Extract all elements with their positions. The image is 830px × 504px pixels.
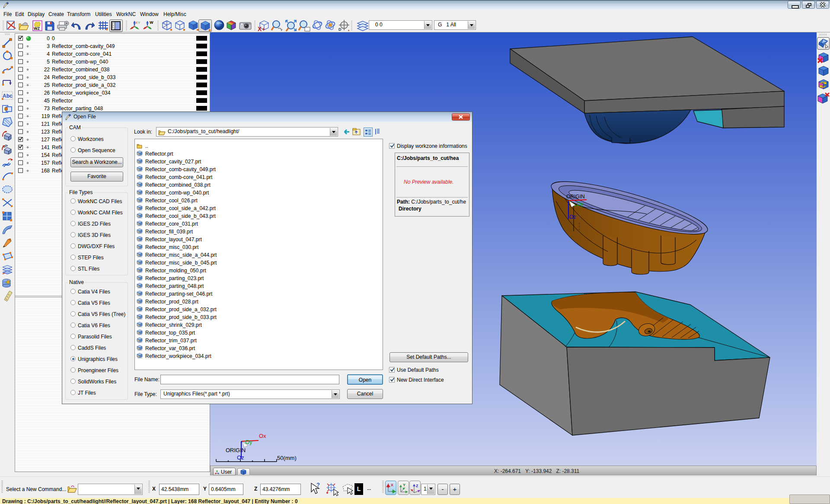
svg-text:+: + — [262, 26, 265, 32]
svg-text:ORIGIN: ORIGIN — [566, 194, 585, 200]
svg-text:D: D — [338, 27, 342, 32]
svg-text:X: X — [258, 26, 262, 32]
svg-text:Oz: Oz — [569, 214, 576, 220]
svg-text:ORIGIN: ORIGIN — [226, 447, 246, 453]
svg-text:?: ? — [316, 482, 320, 488]
svg-text:Y: Y — [403, 483, 405, 487]
svg-text:Oy: Oy — [245, 439, 252, 445]
svg-text:Oy: Oy — [577, 201, 583, 207]
svg-text:W: W — [150, 20, 153, 25]
svg-text:Y: Y — [138, 21, 140, 25]
svg-text:50(mm): 50(mm) — [277, 455, 297, 461]
svg-text:Z: Z — [416, 484, 418, 488]
svg-text:Ox: Ox — [259, 433, 266, 439]
svg-text:WZ: WZ — [34, 26, 40, 31]
svg-text:X: X — [391, 483, 393, 487]
svg-text:Abc: Abc — [3, 93, 13, 99]
